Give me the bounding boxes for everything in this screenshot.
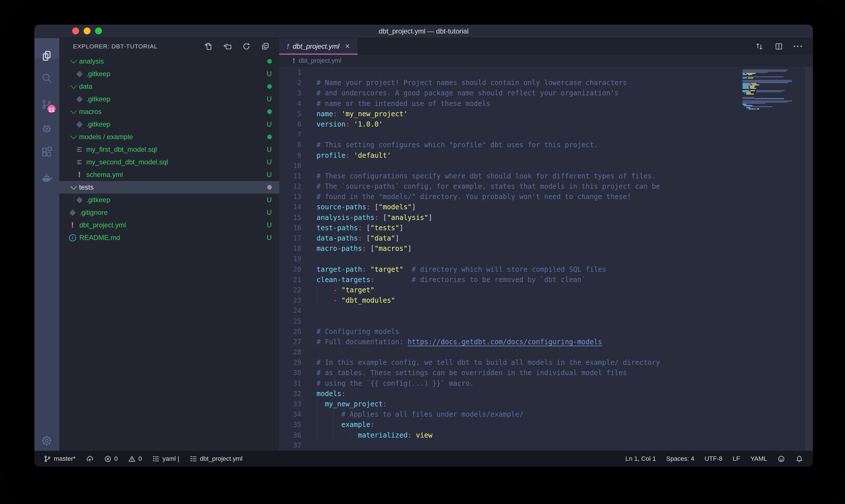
code-line: 22 - "target"	[279, 285, 813, 295]
tree-item-readme-md[interactable]: iREADME.mdU	[59, 231, 279, 244]
activity-item-source-control[interactable]: 11	[39, 97, 54, 112]
activity-item-docker[interactable]	[39, 170, 54, 185]
line-number: 26	[279, 326, 301, 337]
list-tree-icon	[190, 455, 197, 463]
explorer-header: EXPLORER: DBT-TUTORIAL	[59, 38, 279, 55]
gear-icon	[41, 435, 52, 447]
activity-item-search[interactable]	[39, 70, 54, 85]
tree-item-my-second-dbt-model-sql[interactable]: my_second_dbt_model.sqlU	[59, 156, 279, 168]
line-number: 31	[279, 378, 301, 389]
status-notifications[interactable]	[795, 455, 803, 463]
code-editor[interactable]: 12# Name your project! Project names sho…	[279, 67, 813, 451]
tree-item-schema-yml[interactable]: !schema.ymlU	[59, 168, 279, 181]
sql-file-icon	[76, 158, 83, 166]
line-number: 13	[279, 192, 301, 202]
line-number: 22	[279, 285, 301, 295]
tree-item--gitkeep[interactable]: .gitkeepU	[59, 68, 279, 80]
status-feedback[interactable]	[777, 455, 785, 463]
chevron-down-icon	[70, 83, 77, 89]
breadcrumb[interactable]: ! dbt_project.yml	[279, 55, 813, 67]
status-language-mode[interactable]: YAML	[751, 455, 767, 463]
code-line: 8# This setting configures which "profil…	[279, 140, 813, 150]
tree-item-models-example[interactable]: models / example	[59, 130, 279, 143]
line-number: 34	[279, 409, 301, 419]
status-label: yaml |	[162, 455, 179, 463]
desktop: dbt_project.yml — dbt-tutorial 11 EXPLOR…	[0, 0, 845, 504]
tab-dbt-project-yml[interactable]: ! dbt_project.yml ✕	[279, 38, 358, 55]
activity-item-settings[interactable]	[39, 433, 54, 448]
open-changes-icon[interactable]	[753, 40, 766, 52]
git-file-icon	[76, 121, 83, 128]
tree-item-tests[interactable]: tests	[59, 181, 279, 194]
titlebar: dbt_project.yml — dbt-tutorial	[34, 25, 813, 38]
line-number: 3	[279, 88, 301, 98]
tree-item--gitkeep[interactable]: .gitkeepU	[59, 118, 279, 130]
activity-item-debug[interactable]	[39, 121, 54, 136]
code-line: 25	[279, 316, 813, 326]
git-changes-dot	[267, 59, 272, 64]
breadcrumb-problem-icon: !	[293, 57, 295, 65]
status-warning-count[interactable]: 0	[128, 455, 142, 463]
tree-item--gitkeep[interactable]: .gitkeepU	[59, 93, 279, 105]
refresh-icon[interactable]	[240, 40, 252, 52]
line-number: 5	[279, 109, 301, 119]
status-encoding[interactable]: UTF-8	[705, 455, 722, 463]
status-indentation[interactable]: Spaces: 4	[666, 455, 694, 463]
status-publish-changes[interactable]	[86, 455, 94, 463]
code-line: 17data-paths: ["data"]	[279, 233, 813, 244]
editor-scrollbar[interactable]	[805, 67, 813, 451]
line-number: 36	[279, 430, 301, 440]
tree-item-my-first-dbt-model-sql[interactable]: my_first_dbt_model.sqlU	[59, 143, 279, 156]
indent-guide	[317, 399, 317, 409]
cloud-upload-icon	[86, 455, 94, 463]
tree-item-macros[interactable]: macros	[59, 105, 279, 118]
new-folder-icon[interactable]	[221, 40, 233, 52]
extensions-icon	[41, 146, 52, 158]
code-line: 26# Configuring models	[279, 326, 813, 337]
split-editor-icon[interactable]	[773, 40, 785, 52]
line-number: 1	[279, 67, 301, 78]
tree-item--gitignore[interactable]: .gitignoreU	[59, 206, 279, 219]
more-actions-icon[interactable]: ···	[792, 40, 804, 52]
status-outline-file[interactable]: dbt_project.yml	[190, 455, 242, 463]
status-error-count[interactable]: 0	[104, 455, 118, 463]
git-changes-dot	[267, 185, 272, 190]
chevron-down-icon	[70, 183, 77, 190]
tree-item-analysis[interactable]: analysis	[59, 55, 279, 68]
breadcrumb-file[interactable]: dbt_project.yml	[299, 57, 341, 65]
tree-item-dbt-project-yml[interactable]: !dbt_project.ymlU	[59, 219, 279, 231]
status-cursor-position[interactable]: Ln 1, Col 1	[625, 455, 656, 463]
status-eol[interactable]: LF	[733, 455, 740, 463]
tree-item-data[interactable]: data	[59, 80, 279, 93]
git-untracked-badge: U	[266, 171, 273, 179]
git-untracked-badge: U	[266, 70, 273, 78]
code-line: 32models:	[279, 389, 813, 399]
indent-guide	[334, 409, 334, 419]
status-branch-indicator[interactable]: master*	[43, 455, 76, 463]
tree-item-label: .gitkeep	[86, 196, 110, 204]
code-line: 5name: 'my_new_project'	[279, 109, 813, 119]
tree-item--gitkeep[interactable]: .gitkeepU	[59, 194, 279, 206]
code-line: 1	[279, 67, 813, 78]
activity-item-extensions[interactable]	[39, 145, 54, 160]
scm-changes-badge: 11	[47, 104, 56, 114]
code-line: 13# found in the "models/" directory. Yo…	[279, 192, 813, 202]
activity-item-explorer[interactable]	[39, 48, 54, 63]
editor-group: ! dbt_project.yml ✕ ··· ! dbt_project.ym…	[279, 38, 813, 451]
indent-guide	[74, 194, 74, 206]
status-selection-mode[interactable]: yaml |	[152, 455, 179, 463]
line-number: 4	[279, 98, 301, 109]
tree-item-label: my_first_dbt_model.sql	[86, 145, 157, 154]
line-number: 7	[279, 129, 301, 140]
tab-close-icon[interactable]: ✕	[345, 43, 350, 50]
collapse-all-icon[interactable]	[259, 40, 271, 52]
tree-item-label: analysis	[79, 57, 104, 65]
code-line: 21clean-targets: # directories to be rem…	[279, 275, 813, 285]
line-number: 12	[279, 181, 301, 192]
status-label: Ln 1, Col 1	[625, 455, 656, 463]
tree-item-label: models / example	[79, 133, 133, 141]
new-file-icon[interactable]	[202, 40, 215, 52]
status-label: master*	[54, 455, 76, 463]
git-untracked-badge: U	[266, 221, 273, 229]
tree-item-label: .gitignore	[79, 209, 108, 216]
